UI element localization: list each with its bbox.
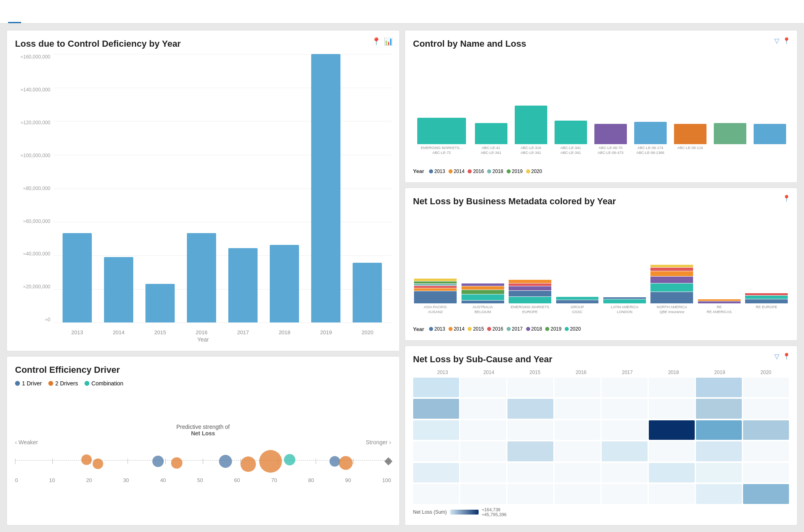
weaker-stronger: ‹ Weaker Stronger ›: [15, 439, 391, 445]
stronger-lbl: Stronger ›: [366, 439, 391, 445]
hm-gradient: [450, 510, 479, 515]
hm-cell-1-6: [649, 378, 695, 398]
hm-cell-6-2: [460, 484, 506, 504]
hm-cell-5-1: [413, 463, 459, 483]
filter-icon-hm[interactable]: ▽: [774, 353, 779, 360]
hm-cell-4-4: [555, 441, 600, 461]
hm-cell-1-5: [602, 378, 648, 398]
pin-icon-bar[interactable]: 📍: [372, 37, 381, 46]
hm-cell-1-3: [507, 378, 553, 398]
efficiency-title-2: Control Efficiency Driver: [15, 365, 391, 375]
pin-icon-3[interactable]: 📍: [782, 37, 791, 45]
tab-year[interactable]: [24, 12, 37, 23]
y1: ≈160,000,000: [21, 54, 50, 60]
leg-1driver: 1 Driver: [15, 380, 42, 387]
hm-legend-title: Net Loss (Sum): [413, 509, 447, 515]
y7: ≈40,000,000: [23, 251, 50, 257]
bm-aus-bars: [462, 283, 504, 303]
hm-cell-5-2: [460, 463, 506, 483]
hm-cell-3-5: [602, 420, 648, 440]
control-name-icons-2: ▽ 📍: [774, 37, 791, 45]
hm-cell-5-4: [555, 463, 600, 483]
x-numbers-row: 0 10 20 30 40 50 60 70 80 90 100: [15, 477, 391, 483]
bm-aus-label: AUSTRALIABELGIUM: [472, 305, 493, 314]
bm-ree-label: RE EUROPE: [756, 305, 777, 314]
y9: ≈0: [45, 317, 50, 322]
nb-group-6: ABC-LE-06-174ABC-LE-06-1366: [631, 122, 670, 155]
bar-chart-icons-2: 📍 📊: [372, 37, 393, 46]
heatmap-legend: Net Loss (Sum) ≈164,738 ≈45,795,396: [413, 507, 789, 517]
bml-2014: 2014: [449, 326, 465, 332]
y5: ≈80,000,000: [23, 186, 50, 191]
nb-label-9: [769, 146, 771, 155]
bml-2016: 2016: [487, 326, 503, 332]
hm-cell-4-1: [413, 441, 459, 461]
x-lbl-2016: 2016: [182, 329, 221, 335]
hm-cell-2-2: [460, 399, 506, 419]
bar-item-2018: [265, 54, 304, 322]
pred-strength-label: Predictive strength ofNet Loss: [15, 424, 391, 437]
hm-cell-5-5: [602, 463, 648, 483]
plot-area: 20132014201520162017201820192020: [54, 54, 391, 335]
nb-label-1: EMERGING MARKETS...ABC-LE-72: [421, 146, 463, 155]
heatmap-title: Net Loss by Sub-Cause and Year: [413, 354, 789, 365]
efficiency-panel-2: Control Efficiency Driver 1 Driver 2 Dri…: [7, 356, 400, 526]
name-chart-inner: EMERGING MARKETS...ABC-LE-72 ABC-LE-41AB…: [413, 54, 789, 174]
bm-ree: RE EUROPE: [744, 293, 789, 314]
chart-icon-bar[interactable]: 📊: [384, 37, 393, 46]
nb-group-3: ABC-LE-316ABC-LE-341: [512, 106, 550, 155]
heatmap-panel: Net Loss by Sub-Cause and Year ▽ 📍 2013 …: [405, 346, 798, 526]
nb-bar-8: [714, 123, 746, 144]
dot-combo: [85, 381, 89, 386]
bm-eme-bars: [509, 280, 551, 303]
x-lbl-2018: 2018: [265, 329, 304, 335]
heatmap-icons: ▽ 📍: [774, 353, 791, 360]
control-name-title-2: Control by Name and Loss: [413, 39, 789, 49]
hm-cell-6-1: [413, 484, 459, 504]
nb-bar-4: [555, 121, 587, 144]
y8: ≈20,000,000: [23, 284, 50, 290]
nb-label-4: ABC-LE-341ABC-LE-341: [560, 146, 581, 155]
bubble-9: [339, 456, 353, 470]
hm-cell-1-4: [555, 378, 600, 398]
bm-groups: ASIA PACIFICAUSANZ AUSTRALIABELGIUM: [413, 212, 789, 326]
eff-chart: Predictive strength ofNet Loss ‹ Weaker …: [15, 390, 391, 517]
top-bar: [0, 0, 804, 24]
tick-50: [203, 458, 203, 464]
bm-ap: ASIA PACIFICAUSANZ: [413, 279, 458, 314]
bm-na-label: NORTH AMERICAQBE Insurance: [657, 305, 687, 314]
leg-2drivers: 2 Drivers: [48, 380, 78, 387]
pin-icon-bm[interactable]: 📍: [782, 195, 791, 202]
scatter-plot: [15, 447, 391, 476]
nb-bar-6: [634, 122, 667, 144]
heatmap-year-headers: 2013 2014 2015 2016 2017 2018 2019 2020: [413, 370, 789, 375]
y2: ≈140,000,000: [21, 87, 50, 93]
hm-cell-3-2: [460, 420, 506, 440]
bml-2017: 2017: [507, 326, 523, 332]
hm-cell-4-8: [743, 441, 789, 461]
pin-icon-hm[interactable]: 📍: [782, 353, 791, 360]
bar-item-2017: [223, 54, 262, 322]
nb-group-7: ABC-LE-06-116: [671, 124, 709, 155]
hm-cell-2-5: [602, 399, 648, 419]
bar-2017: [228, 248, 258, 323]
bubble-1: [152, 456, 164, 467]
bm-re: RERE AMERICAS: [697, 299, 741, 314]
bar-2020: [353, 263, 382, 322]
hm-row-6: [413, 484, 789, 504]
hm-cell-2-6: [649, 399, 695, 419]
tab-net-loss[interactable]: [8, 12, 21, 23]
bm-ap-label: ASIA PACIFICAUSANZ: [424, 305, 447, 314]
nb-group-8: [711, 123, 749, 155]
hm-cell-6-6: [649, 484, 695, 504]
right-column: Control by Name and Loss ▽ 📍 EMERGING MA…: [405, 30, 798, 526]
x-lbl-2015: 2015: [141, 329, 180, 335]
filter-icon-2[interactable]: ▽: [774, 37, 779, 45]
bar-chart-panel-2: Loss due to Control Deficiency by Year 📍…: [7, 30, 400, 351]
x-lbl-2019: 2019: [306, 329, 345, 335]
bar-item-2019: [306, 54, 345, 322]
hm-cell-5-8: [743, 463, 789, 483]
hm-cell-2-4: [555, 399, 600, 419]
nl-2014: 2014: [449, 169, 465, 174]
hm-cell-6-8: [743, 484, 789, 504]
